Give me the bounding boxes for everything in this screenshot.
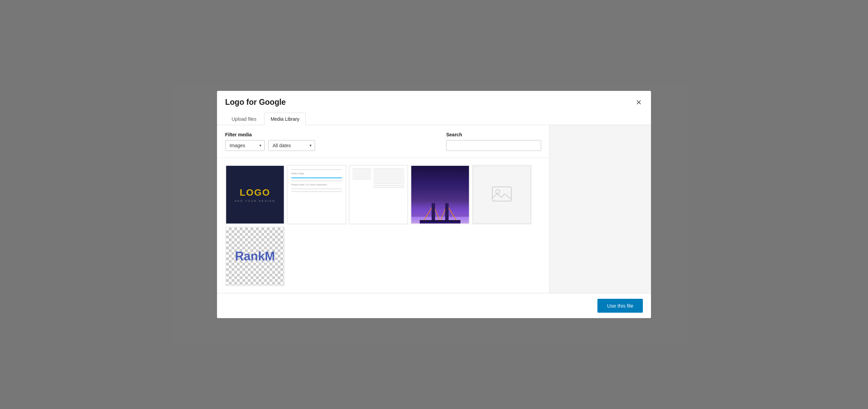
- media-item[interactable]: [472, 165, 532, 225]
- type-filter-wrapper: Images Audio Video Documents: [225, 140, 265, 151]
- modal-header: Logo for Google × Upload files Media Lib…: [217, 91, 651, 125]
- placeholder-thumbnail: [473, 166, 531, 223]
- city-thumbnail: [411, 166, 469, 223]
- media-item[interactable]: Select Page Please enter 3 or more chara…: [287, 165, 347, 225]
- doc-line: [373, 179, 405, 179]
- doc-line: [352, 173, 371, 173]
- media-content: Filter media Images Audio Video Document…: [217, 125, 549, 293]
- doc-line: [373, 187, 405, 188]
- filter-controls: Images Audio Video Documents All dates J…: [225, 140, 315, 151]
- screenshot-line4: [291, 191, 342, 192]
- screenshot-line2: [291, 180, 342, 181]
- filter-right: Search: [446, 132, 541, 151]
- screenshot-line: [291, 169, 342, 170]
- doc-sidebar: [352, 169, 373, 221]
- doc-line: [352, 177, 371, 177]
- date-filter-select[interactable]: All dates January 2024 February 2024: [268, 140, 315, 151]
- screenshot-text: Select Page: [291, 172, 342, 175]
- doc-line: [352, 169, 371, 169]
- media-item[interactable]: [349, 165, 408, 225]
- search-input[interactable]: [446, 140, 541, 151]
- use-file-button[interactable]: Use this file: [597, 299, 643, 313]
- placeholder-icon: [492, 186, 512, 203]
- modal-overlay: Logo for Google × Upload files Media Lib…: [0, 0, 868, 409]
- doc-line: [373, 175, 405, 175]
- doc-line: [373, 173, 405, 173]
- filter-left: Filter media Images Audio Video Document…: [225, 132, 315, 151]
- media-grid: LOGO ADD YOUR DESIGN Select Page Please …: [217, 158, 549, 293]
- doc-line: [352, 171, 371, 171]
- tab-bar: Upload files Media Library: [225, 112, 643, 125]
- close-button[interactable]: ×: [633, 96, 644, 109]
- screenshot-text2: Please enter 3 or more characters: [291, 183, 342, 187]
- modal-title: Logo for Google: [225, 98, 643, 107]
- screenshot-thumbnail: Select Page Please enter 3 or more chara…: [288, 166, 346, 223]
- doc-line: [352, 179, 371, 179]
- svg-point-9: [496, 190, 500, 194]
- doc-line: [373, 185, 405, 186]
- modal-body: Filter media Images Audio Video Document…: [217, 125, 651, 293]
- search-label: Search: [446, 132, 541, 137]
- doc-line: [373, 169, 405, 169]
- logo-subtitle: ADD YOUR DESIGN: [235, 199, 275, 202]
- media-item[interactable]: [410, 165, 470, 225]
- rankmath-thumbnail: RankM: [226, 228, 284, 285]
- screenshot-line3: [291, 189, 342, 189]
- attachment-sidebar: [549, 125, 651, 293]
- logo-text: LOGO: [240, 187, 270, 198]
- svg-rect-5: [445, 203, 449, 222]
- modal-footer: Use this file: [217, 293, 651, 318]
- filter-bar: Filter media Images Audio Video Document…: [217, 125, 549, 158]
- svg-rect-4: [432, 203, 435, 222]
- rank-text: RankM: [235, 249, 275, 264]
- tab-media-library[interactable]: Media Library: [264, 113, 306, 125]
- date-filter-wrapper: All dates January 2024 February 2024: [268, 140, 315, 151]
- media-modal: Logo for Google × Upload files Media Lib…: [217, 91, 651, 318]
- media-item[interactable]: LOGO ADD YOUR DESIGN: [225, 165, 285, 225]
- logo-thumbnail: LOGO ADD YOUR DESIGN: [226, 166, 284, 223]
- svg-rect-7: [420, 222, 460, 223]
- screenshot-blue-line: [291, 177, 342, 178]
- doc-line: [373, 171, 405, 171]
- doc-line: [373, 181, 405, 181]
- doc-line: [352, 175, 371, 175]
- type-filter-select[interactable]: Images Audio Video Documents: [225, 140, 265, 151]
- filter-label: Filter media: [225, 132, 315, 137]
- bridge-icon: [420, 203, 460, 223]
- svg-rect-8: [492, 187, 511, 201]
- doc-line: [373, 183, 405, 183]
- doc-main: [373, 169, 405, 221]
- media-item[interactable]: RankM: [225, 227, 285, 286]
- doc-thumbnail: [350, 166, 407, 223]
- doc-line: [373, 177, 405, 177]
- tab-upload[interactable]: Upload files: [225, 113, 263, 125]
